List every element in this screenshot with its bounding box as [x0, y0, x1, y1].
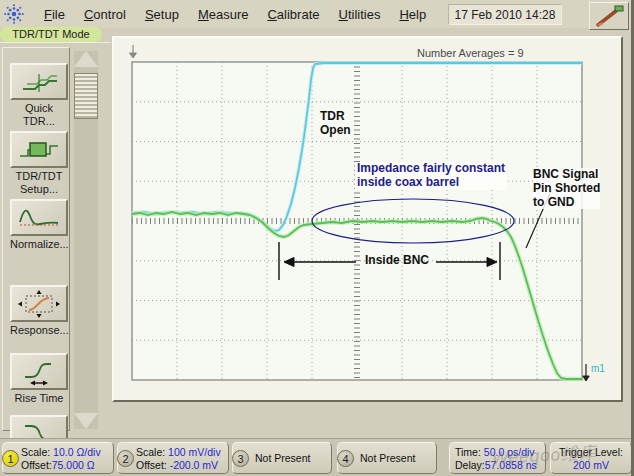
normalize-button[interactable]	[10, 199, 68, 236]
status-bar: 1 Scale: 10.0 Ω/div Offset:75.000 Ω 2 Sc…	[0, 438, 634, 476]
menu-setup[interactable]: Setup	[145, 7, 179, 22]
channel-1-button[interactable]: 1 Scale: 10.0 Ω/div Offset:75.000 Ω	[2, 442, 114, 474]
response-icon	[17, 289, 61, 319]
ch1-scale-label: Scale:	[21, 446, 50, 458]
tool-rise-time: Rise Time	[10, 353, 68, 405]
quick-tdr-label: Quick TDR...	[10, 102, 68, 127]
mode-tab: TDR/TDT Mode	[0, 27, 102, 42]
ch2-scale-label: Scale:	[136, 446, 165, 458]
menu-measure[interactable]: Measure	[198, 7, 249, 22]
m1-marker-arrow-icon	[583, 364, 589, 381]
channel-3-status: Not Present	[255, 452, 310, 464]
channel-4-button[interactable]: 4 Not Present	[337, 442, 437, 474]
timebase-button[interactable]: Time: 50.0 ps/div Delay:57.0858 ns	[449, 442, 546, 474]
normalize-label: Normalize...	[10, 238, 68, 251]
ch1-offset-label: Offset:	[21, 459, 52, 471]
tdr-tdt-setup-icon	[17, 136, 61, 164]
channel-4-badge: 4	[337, 450, 354, 467]
ch2-offset-label: Offset:	[136, 459, 167, 471]
trigger-level-value: 200 mV	[551, 459, 631, 472]
delay-label: Delay:	[455, 459, 485, 471]
quick-tdr-button[interactable]	[10, 63, 68, 100]
tool-normalize: Normalize...	[10, 199, 68, 251]
time-value: 50.0 ps/div	[484, 446, 535, 458]
menu-help[interactable]: Help	[399, 7, 426, 22]
scroll-up-arrow-icon[interactable]	[74, 51, 98, 67]
graticule-svg	[114, 38, 621, 400]
inside-bnc-annotation: Inside BNC	[365, 254, 429, 268]
scroll-down-arrow-icon[interactable]	[74, 413, 98, 429]
reference-marker-arrow-icon	[130, 45, 137, 58]
channel-2-badge: 2	[117, 450, 134, 467]
menu-utilities[interactable]: Utilities	[339, 7, 381, 22]
ch2-offset-value: -200.0 mV	[170, 459, 218, 471]
tdr-open-annotation: TDR Open	[320, 110, 351, 138]
response-button[interactable]	[10, 285, 68, 322]
trigger-level-label: Trigger Level:	[551, 446, 631, 459]
time-label: Time:	[455, 446, 481, 458]
quick-tdr-icon	[17, 68, 61, 96]
sidebar-scrollbar[interactable]	[74, 51, 98, 429]
normalize-icon	[17, 204, 61, 232]
menu-control[interactable]: Control	[84, 7, 126, 22]
impedance-annotation: Impedance fairly constant inside coax ba…	[355, 162, 507, 190]
toolbar-sidebar: Quick TDR... TDR/TDT Setup... Normalize.…	[0, 42, 111, 434]
ch1-scale-value: 10.0 Ω/div	[53, 446, 101, 458]
rise-time-icon	[17, 357, 61, 387]
waveform-display-panel: Number Averages = 9	[112, 36, 623, 402]
menu-file[interactable]: File	[44, 7, 65, 22]
m1-marker-label: m1	[591, 363, 605, 374]
channel-3-button[interactable]: 3 Not Present	[232, 442, 332, 474]
channel-1-badge: 1	[2, 450, 19, 467]
rise-time-button[interactable]	[10, 353, 68, 390]
tdr-tdt-setup-label: TDR/TDT Setup...	[10, 170, 68, 195]
ch1-offset-value: 75.000 Ω	[52, 459, 95, 471]
channel-3-badge: 3	[232, 450, 249, 467]
response-label: Response...	[10, 324, 68, 337]
scroll-thumb[interactable]	[74, 73, 98, 119]
delay-value: 57.0858 ns	[485, 459, 537, 471]
channel-4-status: Not Present	[360, 452, 415, 464]
agilent-spark-logo-icon	[3, 3, 25, 25]
rise-time-label: Rise Time	[10, 392, 68, 405]
menu-calibrate[interactable]: Calibrate	[267, 7, 319, 22]
datetime-display: 17 Feb 2010 14:28	[448, 4, 562, 25]
tool-tdr-tdt-setup: TDR/TDT Setup...	[10, 131, 68, 195]
trigger-level-button[interactable]: Trigger Level: 200 mV	[550, 442, 632, 474]
tool-response: Response...	[10, 285, 68, 337]
ch2-scale-value: 100 mV/div	[168, 446, 221, 458]
marker-pen-icon	[593, 4, 625, 28]
menu-bar: File Control Setup Measure Calibrate Uti…	[0, 0, 634, 28]
tdr-tdt-setup-button[interactable]	[10, 131, 68, 168]
channel-2-button[interactable]: 2 Scale: 100 mV/div Offset: -200.0 mV	[117, 442, 229, 474]
instrument-screen: File Control Setup Measure Calibrate Uti…	[0, 0, 634, 476]
annotate-button[interactable]	[589, 2, 629, 30]
bnc-short-annotation: BNC Signal Pin Shorted to GND	[533, 168, 600, 209]
tool-quick-tdr: Quick TDR...	[10, 63, 68, 127]
